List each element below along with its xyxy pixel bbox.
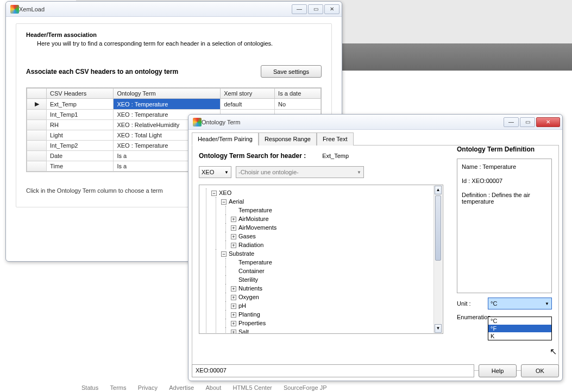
tab-strip: Header/Term Pairing Response Range Free … [192, 132, 559, 146]
footer-link[interactable]: SourceForge JP [284, 384, 326, 391]
ok-button[interactable]: OK [521, 364, 559, 377]
cell[interactable]: Int_Temp1 [47, 110, 114, 120]
app-logo-icon [193, 118, 202, 127]
table-row[interactable]: ▶Ext_TempXEO : TemperaturedefaultNo [27, 99, 321, 110]
expand-icon[interactable]: + [231, 330, 236, 334]
tree-label: Sterility [238, 276, 258, 283]
save-settings-button[interactable]: Save settings [261, 65, 322, 78]
tab-response-range[interactable]: Response Range [259, 132, 317, 146]
cell[interactable]: Light [47, 130, 114, 141]
def-name: Name : Temperature [462, 163, 547, 170]
minimize-button[interactable]: — [504, 117, 519, 127]
tree-node[interactable]: −SubstrateTemperatureContainerSterility+… [211, 249, 441, 334]
section-title: Header/Term association [26, 31, 322, 38]
expand-icon[interactable]: + [231, 217, 236, 222]
ontology-select-combo[interactable]: -Choisir une ontologie-▼ [236, 166, 364, 178]
tree-node[interactable]: Sterility [221, 275, 441, 284]
expand-icon[interactable]: + [231, 234, 236, 239]
tree-node[interactable]: Temperature [221, 206, 441, 214]
collapse-icon[interactable]: − [221, 251, 227, 257]
tree-label: XEO [219, 189, 231, 196]
cell[interactable]: No [275, 99, 321, 110]
ontology-tree[interactable]: −XEO−AerialTemperature+AirMoisture+AirMo… [199, 185, 443, 334]
tree-label: Planting [238, 311, 260, 318]
cell[interactable]: Date [47, 151, 114, 161]
footer-link[interactable]: HTML5 Center [233, 384, 272, 391]
tab-header-term-pairing[interactable]: Header/Term Pairing [192, 132, 259, 146]
unit-option[interactable]: K [488, 332, 551, 340]
tree-label: Aerial [229, 198, 244, 205]
expand-icon[interactable]: + [231, 286, 236, 292]
tree-label: Salt [238, 328, 249, 334]
tree-node[interactable]: +Radiation [221, 241, 441, 249]
tree-label: Properties [238, 320, 266, 326]
col-is-a-date[interactable]: Is a date [275, 88, 321, 99]
row-indicator: ▶ [27, 99, 47, 110]
tree-node[interactable]: −AerialTemperature+AirMoisture+AirMoveme… [211, 197, 441, 249]
footer-link[interactable]: About [205, 384, 221, 391]
tree-node[interactable]: +Oxygen [221, 293, 441, 301]
tree-label: Radiation [238, 242, 263, 248]
tree-node[interactable]: +AirMoisture [221, 214, 441, 223]
footer-links: Status Terms Privacy Advertise About HTM… [81, 384, 337, 391]
tree-node[interactable]: +Gases [221, 232, 441, 241]
cell[interactable]: XEO : Temperature [114, 99, 221, 110]
tree-node[interactable]: +AirMovements [221, 223, 441, 232]
tree-scrollbar[interactable]: ▲ ▼ [433, 186, 442, 333]
cell[interactable]: default [221, 99, 275, 110]
scroll-up-button[interactable]: ▲ [435, 186, 442, 194]
tree-node[interactable]: +Salt [221, 327, 441, 334]
collapse-icon[interactable]: − [221, 199, 227, 205]
search-label: Ontology Term Search for header : [199, 152, 306, 160]
cell[interactable]: Time [47, 161, 114, 172]
cell[interactable]: Ext_Temp [47, 99, 114, 110]
scroll-down-button[interactable]: ▼ [435, 324, 442, 333]
tree-node[interactable]: +Nutrients [221, 284, 441, 293]
term-path-field[interactable]: XEO:00007 [192, 364, 474, 377]
collapse-icon[interactable]: − [211, 191, 217, 196]
tree-node[interactable]: +Planting [221, 310, 441, 319]
tree-label: Oxygen [238, 294, 259, 300]
footer-link[interactable]: Terms [110, 384, 127, 391]
expand-icon[interactable]: + [231, 243, 236, 248]
tree-node[interactable]: Container [221, 267, 441, 275]
def-id: Id : XEO:00007 [462, 178, 547, 184]
minimize-button[interactable]: — [292, 4, 307, 14]
titlebar[interactable]: XemLoad — ▭ ✕ [6, 2, 342, 17]
row-indicator [27, 161, 47, 172]
maximize-button[interactable]: ▭ [520, 117, 535, 127]
cell[interactable]: RH [47, 120, 114, 130]
expand-icon[interactable]: + [231, 312, 236, 318]
expand-icon[interactable]: + [231, 225, 236, 231]
help-button[interactable]: Help [479, 364, 517, 377]
header-name: Ext_Temp [322, 153, 349, 159]
close-button[interactable]: ✕ [324, 4, 340, 14]
close-button[interactable]: ✕ [536, 117, 560, 127]
col-csv-headers[interactable]: CSV Headers [47, 88, 114, 99]
cell[interactable]: Int_Temp2 [47, 141, 114, 151]
tree-node[interactable]: −XEO−AerialTemperature+AirMoisture+AirMo… [202, 188, 441, 334]
associate-label: Associate each CSV headers to an ontolog… [26, 68, 261, 75]
expand-icon[interactable]: + [231, 304, 236, 309]
footer-link[interactable]: Status [81, 384, 98, 391]
expand-icon[interactable]: + [231, 295, 236, 300]
unit-dropdown-list[interactable]: °C °F K [488, 317, 552, 340]
tree-node[interactable]: +pH [221, 301, 441, 310]
col-ontology-term[interactable]: Ontology Term [114, 88, 221, 99]
footer-link[interactable]: Privacy [138, 384, 158, 391]
tree-node[interactable]: Temperature [221, 258, 441, 267]
maximize-button[interactable]: ▭ [308, 4, 323, 14]
ontology-source-combo[interactable]: XEO▼ [199, 166, 231, 178]
row-indicator [27, 110, 47, 120]
col-xeml-story[interactable]: Xeml story [221, 88, 275, 99]
tree-node[interactable]: +Properties [221, 319, 441, 327]
tab-free-text[interactable]: Free Text [317, 132, 354, 146]
footer-link[interactable]: Advertise [169, 384, 194, 391]
titlebar[interactable]: Ontology Term — ▭ ✕ [188, 115, 562, 130]
expand-icon[interactable]: + [231, 321, 236, 326]
tree-label: Nutrients [238, 285, 262, 292]
unit-option[interactable]: °C [488, 317, 551, 325]
scroll-thumb[interactable] [435, 195, 441, 261]
unit-combo[interactable]: °C▼ [488, 298, 552, 309]
unit-option[interactable]: °F [488, 325, 551, 332]
